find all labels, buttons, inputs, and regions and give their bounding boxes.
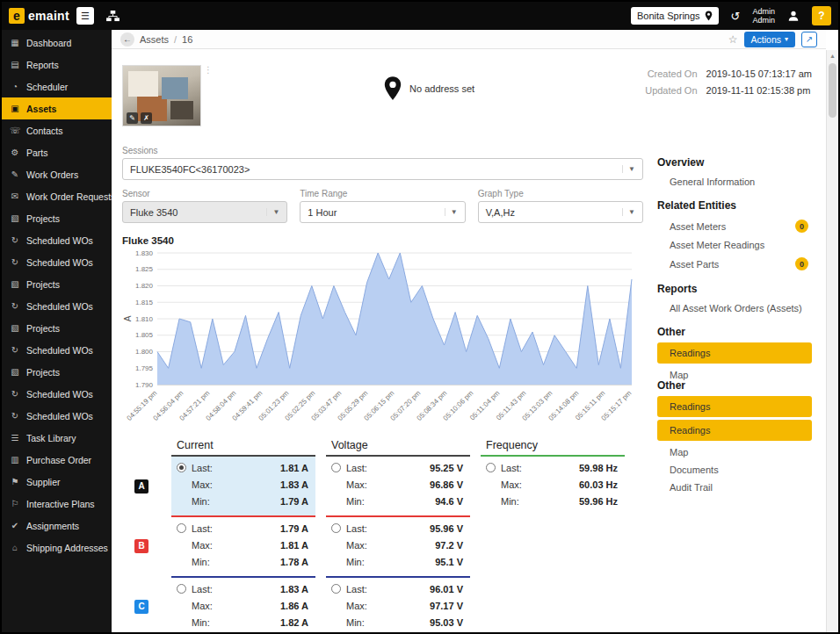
right-panel-heading-reports: Reports <box>657 283 812 295</box>
sidebar-item-contacts[interactable]: ☏Contacts <box>2 119 112 141</box>
stat-value: 1.83 A <box>280 479 308 490</box>
user-button[interactable] <box>782 9 805 23</box>
series-radio-a-voltage[interactable] <box>331 463 341 472</box>
right-panel-item-general-information[interactable]: General Information <box>657 173 812 191</box>
right-panel-item-asset-meter-readings[interactable]: Asset Meter Readings <box>657 236 812 254</box>
sidebar-item-assignments[interactable]: ✔Assignments <box>2 515 112 537</box>
stat-value: 95.03 V <box>430 617 463 628</box>
right-panel-item-asset-meters[interactable]: Asset Meters0 <box>657 216 812 236</box>
sidebar-item-label: Purchase Order <box>26 455 91 465</box>
sidebar-item-parts[interactable]: ⚙Parts <box>2 141 112 163</box>
chevron-down-icon: ▾ <box>785 35 788 43</box>
time-range-select[interactable]: 1 Hour ▼ <box>300 201 465 223</box>
series-radio-b-current[interactable] <box>177 523 186 533</box>
actions-button[interactable]: Actions ▾ <box>744 32 795 47</box>
right-panel-section-related-entities: Related EntitiesAsset Meters0Asset Meter… <box>657 199 812 274</box>
sidebar-item-scheduled-wos[interactable]: ↻Scheduled WOs <box>2 251 112 273</box>
sidebar-item-label: Scheduled WOs <box>26 235 93 246</box>
stat-row: Min:1.82 A <box>171 614 315 630</box>
stat-label: Last: <box>346 584 367 594</box>
svg-text:1.815: 1.815 <box>135 299 154 306</box>
series-radio-c-current[interactable] <box>177 584 186 594</box>
sidebar-item-purchase-order[interactable]: ▥Purchase Order <box>2 449 112 471</box>
series-radio-a-current[interactable] <box>177 463 186 472</box>
photo-menu-icon[interactable]: ⋮ <box>204 65 213 75</box>
sitemap-button[interactable] <box>101 10 125 23</box>
right-panel-item-readings[interactable]: Readings <box>657 342 812 364</box>
edit-photo-icon[interactable]: ✎ <box>127 112 138 124</box>
address-block: No address set <box>213 76 645 102</box>
open-new-window-button[interactable]: ↗ <box>801 32 817 47</box>
sidebar-item-projects[interactable]: ▧Projects <box>2 317 112 339</box>
chevron-down-icon: ▼ <box>266 208 279 216</box>
emaint-logo-text: emaint <box>28 9 69 23</box>
sidebar-item-assets[interactable]: ▣Assets <box>2 97 112 119</box>
sidebar-item-interactive-plans[interactable]: ⚐Interactive Plans <box>2 493 112 515</box>
series-radio-c-voltage[interactable] <box>331 584 341 594</box>
back-button[interactable]: ← <box>120 32 134 47</box>
back-arrow-icon: ← <box>123 34 132 44</box>
reports-icon: ▤ <box>10 60 20 69</box>
sessions-select[interactable]: FLUKE3540FC<36170023> ▼ <box>122 158 643 180</box>
sidebar-item-task-library[interactable]: ☰Task Library <box>2 427 112 449</box>
breadcrumb-section[interactable]: Assets <box>140 34 169 45</box>
right-panel-heading-overview: Overview <box>657 156 812 169</box>
sensor-select[interactable]: Fluke 3540 ▼ <box>122 201 287 223</box>
sidebar-item-label: Supplier <box>26 477 61 487</box>
sidebar-item-shipping-addresses[interactable]: ⌂Shipping Addresses <box>2 537 112 558</box>
time-range-select-value: 1 Hour <box>308 207 337 218</box>
stat-row: Last:1.81 A <box>171 459 315 476</box>
sidebar-item-projects[interactable]: ▧Projects <box>2 273 112 295</box>
sidebar-item-work-order-requests[interactable]: ✉Work Order Requests <box>2 185 112 207</box>
series-radio-b-voltage[interactable] <box>331 523 341 533</box>
right-panel-item-readings[interactable]: Readings <box>657 396 812 417</box>
stat-row: Min:94.6 V <box>326 493 470 509</box>
series-radio-a-frequency[interactable] <box>486 463 496 472</box>
user-icon <box>787 10 800 22</box>
metric-cell-c-frequency <box>481 576 625 632</box>
sidebar-item-scheduled-wos[interactable]: ↻Scheduled WOs <box>2 339 112 361</box>
stat-value: 1.79 A <box>280 523 308 534</box>
right-panel-item-label: Audit Trail <box>670 482 713 493</box>
right-panel-item-all-asset-work-orders-assets[interactable]: All Asset Work Orders (Assets) <box>657 299 812 317</box>
stat-label: Last: <box>192 523 213 534</box>
sidebar-item-reports[interactable]: ▤Reports <box>2 54 112 76</box>
delete-photo-icon[interactable]: ✗ <box>141 112 152 124</box>
sidebar-item-scheduled-wos[interactable]: ↻Scheduled WOs <box>2 229 112 251</box>
map-pin-icon <box>383 76 402 102</box>
right-panel-item-audit-trail[interactable]: Audit Trail <box>657 479 812 496</box>
favorite-star-icon[interactable]: ☆ <box>728 33 738 46</box>
help-button[interactable]: ? <box>812 6 831 25</box>
right-panel-item-map[interactable]: Map <box>657 443 812 461</box>
svg-text:1.820: 1.820 <box>135 282 154 290</box>
sidebar-item-dashboard[interactable]: ▦Dashboard <box>2 32 112 54</box>
graph-type-select[interactable]: V,A,Hz ▼ <box>478 201 643 223</box>
vertical-scrollbar[interactable]: ▲ <box>826 50 838 632</box>
sidebar-item-label: Scheduled WOs <box>26 257 93 268</box>
sensor-label: Sensor <box>122 189 287 198</box>
svg-text:A: A <box>123 315 133 321</box>
sidebar-item-work-orders[interactable]: ✎Work Orders <box>2 163 112 185</box>
scroll-up-arrow-icon[interactable]: ▲ <box>827 50 838 61</box>
right-panel-item-asset-parts[interactable]: Asset Parts0 <box>657 254 812 274</box>
history-button[interactable]: ↺ <box>726 9 746 24</box>
asset-photo[interactable]: ✎ ✗ <box>122 65 201 126</box>
sidebar-item-scheduled-wos[interactable]: ↻Scheduled WOs <box>2 405 112 427</box>
sidebar-item-projects[interactable]: ▧Projects <box>2 361 112 383</box>
metric-cell-b-voltage: Last:95.96 VMax:97.2 VMin:95.1 V <box>326 515 470 576</box>
sidebar-item-supplier[interactable]: ⚑Supplier <box>2 471 112 493</box>
right-panel-item-documents[interactable]: Documents <box>657 461 812 479</box>
menu-toggle-button[interactable]: ☰ <box>76 7 94 25</box>
assets-icon: ▣ <box>10 104 20 113</box>
sidebar-item-label: Scheduled WOs <box>26 411 93 421</box>
sidebar-item-projects[interactable]: ▧Projects <box>2 207 112 229</box>
scheduled-wos-icon: ↻ <box>10 389 20 399</box>
chevron-down-icon: ▼ <box>622 208 635 216</box>
right-panel-item-readings[interactable]: Readings <box>657 420 812 441</box>
sidebar-item-scheduled-wos[interactable]: ↻Scheduled WOs <box>2 295 112 317</box>
metric-cell-a-frequency: Last:59.98 HzMax:60.03 HzMin:59.96 Hz <box>481 457 625 515</box>
sidebar-item-scheduled-wos[interactable]: ↻Scheduled WOs <box>2 383 112 405</box>
sidebar-item-scheduler[interactable]: ◔Scheduler <box>2 76 112 97</box>
scrollbar-thumb[interactable] <box>829 63 836 118</box>
site-selector-button[interactable]: Bonita Springs <box>631 7 719 25</box>
